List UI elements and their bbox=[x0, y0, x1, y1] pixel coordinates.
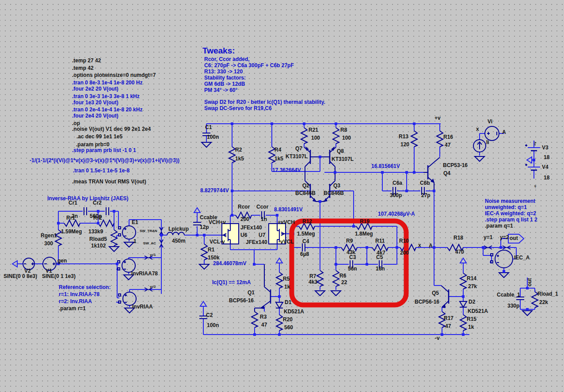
component-ref[interactable]: R11 bbox=[375, 238, 385, 244]
component-value[interactable]: 100n bbox=[207, 323, 219, 328]
component-value[interactable]: 300p bbox=[390, 193, 402, 198]
component-value[interactable]: 330p bbox=[507, 303, 519, 309]
component-value[interactable]: 4k3 bbox=[309, 279, 317, 285]
spice-directive[interactable]: .tran 0 1.5e-1 1e-5 1e-8 bbox=[73, 168, 130, 174]
noise-note-line[interactable]: .param q=1 bbox=[485, 223, 513, 229]
voltage-label[interactable]: 17.362664V bbox=[272, 167, 301, 173]
component-ref[interactable]: Rgen1 bbox=[41, 233, 57, 239]
voltage-label[interactable]: 8.8301491V bbox=[274, 207, 303, 213]
net-label-a2[interactable]: A bbox=[502, 129, 506, 135]
component-ref[interactable]: C6b bbox=[420, 180, 430, 186]
component-ref[interactable]: Vi bbox=[488, 119, 492, 125]
spice-directive[interactable]: .tran 0 8e-3 1e-4 1e-8 200 Hz bbox=[72, 80, 142, 86]
component-value[interactable]: 6µ8 bbox=[300, 251, 309, 257]
component-ref[interactable]: Q7 bbox=[295, 146, 302, 152]
component-ref[interactable]: R3 bbox=[260, 314, 267, 320]
component-ref[interactable]: V3 bbox=[542, 145, 549, 151]
component-ref[interactable]: R10 bbox=[399, 238, 409, 244]
spice-directive[interactable]: .noise V(out) V1 dec 99 2e1 2e4 bbox=[72, 126, 151, 132]
component-value[interactable]: 1k bbox=[284, 284, 290, 290]
component-value[interactable]: 16n bbox=[376, 266, 385, 272]
component-value[interactable]: 1k5 bbox=[274, 156, 283, 162]
component-ref[interactable]: R12 bbox=[302, 219, 312, 225]
component-value[interactable]: SINE(0 1 1e3) bbox=[42, 274, 76, 279]
component-ref[interactable]: R14 bbox=[467, 276, 476, 282]
component-ref[interactable]: R15 bbox=[467, 316, 476, 322]
component-ref[interactable]: Ccor bbox=[256, 204, 268, 210]
component-ref[interactable]: R18 bbox=[453, 235, 463, 241]
spice-directive[interactable]: .four 2e4 20 V(out) bbox=[72, 113, 118, 119]
voltage-label[interactable]: 8.8279744V bbox=[200, 188, 229, 194]
reference-line[interactable]: r=2: Inv.RIAA bbox=[59, 299, 92, 304]
component-value[interactable]: 47 bbox=[445, 142, 450, 148]
spice-directive[interactable]: .ac dec 99 1e1 1e5 bbox=[76, 134, 122, 140]
component-value[interactable]: 56n bbox=[348, 266, 357, 272]
spice-directive[interactable]: .tran 0 3e-3 1e-3 3e-8 1 kHz bbox=[72, 94, 140, 99]
component-value[interactable]: 100 bbox=[342, 135, 351, 141]
tweaks-title[interactable]: Tweaks: bbox=[202, 48, 235, 53]
component-value[interactable]: 1 bbox=[133, 239, 137, 244]
component-ref[interactable]: R8 bbox=[340, 127, 347, 133]
component-value[interactable]: 470 bbox=[455, 249, 464, 255]
component-ref[interactable]: R16 bbox=[443, 134, 453, 140]
riaa-title[interactable]: Inverse-RIAA by Lipshitz (JAES) bbox=[47, 196, 129, 202]
spice-directive[interactable]: .temp 42 bbox=[72, 65, 94, 71]
net-label-a[interactable]: A bbox=[429, 243, 433, 249]
component-value[interactable]: 450m bbox=[172, 238, 186, 244]
component-ref[interactable]: Q1 bbox=[248, 290, 255, 296]
tweaks-line[interactable]: Swap D2 for R20 - better Ic(Q1) thermal … bbox=[204, 99, 325, 105]
component-value[interactable]: 133k9 bbox=[88, 229, 103, 235]
component-ref[interactable]: Lpickup bbox=[168, 226, 189, 232]
component-value[interactable]: 47 bbox=[445, 323, 451, 329]
component-ref[interactable]: Q5 bbox=[432, 290, 439, 296]
component-ref[interactable]: InvRIAA bbox=[132, 304, 153, 310]
component-ref[interactable]: C5 bbox=[376, 255, 383, 260]
component-ref[interactable]: R6 bbox=[339, 273, 346, 279]
switch-label-swtran[interactable]: SW_TRAN bbox=[140, 228, 157, 234]
component-value[interactable]: 200 bbox=[400, 250, 409, 256]
net-label-gen[interactable]: gen bbox=[57, 258, 67, 264]
net-label-x[interactable]: x bbox=[418, 243, 421, 248]
component-ref[interactable]: D1 bbox=[285, 300, 291, 305]
component-ref[interactable]: Rcor bbox=[238, 204, 250, 210]
component-ref[interactable]: Q2 bbox=[302, 183, 309, 189]
net-label-minusv[interactable]: -v bbox=[435, 335, 440, 341]
component-value[interactable]: 27p bbox=[421, 193, 431, 198]
component-ref[interactable]: R2 bbox=[235, 147, 242, 153]
component-value[interactable]: 1n bbox=[261, 217, 267, 222]
out-port-label[interactable]: out bbox=[510, 236, 518, 241]
reference-line[interactable]: r=1: Inv.RIAA-78 bbox=[59, 292, 99, 297]
tweaks-line[interactable]: PM 34° -> 60° bbox=[204, 88, 237, 93]
component-ref[interactable]: R4 bbox=[274, 147, 281, 153]
component-ref[interactable]: R21 bbox=[309, 127, 318, 133]
component-ref[interactable]: U6 bbox=[240, 232, 247, 238]
voltage-label[interactable]: 284.46078mV bbox=[213, 261, 246, 266]
component-ref[interactable]: U7 bbox=[259, 232, 265, 238]
component-ref[interactable]: Q3 bbox=[333, 183, 340, 189]
component-ref[interactable]: Rr2 bbox=[93, 215, 102, 221]
net-label-vch2[interactable]: +vVCH bbox=[278, 220, 295, 225]
spice-directive[interactable]: .four 1e3 20 V(out) bbox=[72, 100, 118, 106]
component-ref[interactable]: D2 bbox=[469, 299, 475, 305]
net-label-x2[interactable]: x bbox=[476, 126, 479, 132]
net-label-plusv[interactable]: +v bbox=[434, 115, 441, 121]
component-value[interactable]: 1.59Meg bbox=[61, 229, 82, 235]
voltage-label[interactable]: 107.40268µV-A bbox=[378, 211, 415, 217]
ltspice-schematic-canvas[interactable]: .temp 27 42 .temp 42 .options plotwinsiz… bbox=[0, 0, 564, 392]
component-value[interactable]: 300 bbox=[44, 241, 53, 247]
spice-directive[interactable]: .step param prb list -1 0 1 bbox=[72, 148, 136, 153]
component-ref[interactable]: C2 bbox=[206, 312, 213, 318]
component-value[interactable]: 100n bbox=[207, 134, 219, 140]
component-ref[interactable]: C6a bbox=[393, 180, 402, 186]
component-value[interactable]: BC846B bbox=[324, 190, 344, 196]
net-label-plusv-rot[interactable]: +v bbox=[532, 142, 538, 146]
component-ref[interactable]: V4 bbox=[542, 164, 549, 170]
component-value[interactable]: 1k bbox=[468, 324, 474, 330]
component-value[interactable]: 22 bbox=[341, 280, 347, 285]
switch-label-swac[interactable]: SW_AC bbox=[143, 240, 156, 246]
noise-note-line[interactable]: unweighted: q=1 bbox=[485, 205, 527, 210]
component-value[interactable]: 200 bbox=[240, 217, 249, 222]
component-ref[interactable]: R1 bbox=[208, 247, 214, 253]
net-label-minusv-rot[interactable]: -v bbox=[532, 185, 538, 188]
spice-directive[interactable]: .four 2e2 20 V(out) bbox=[72, 86, 118, 92]
